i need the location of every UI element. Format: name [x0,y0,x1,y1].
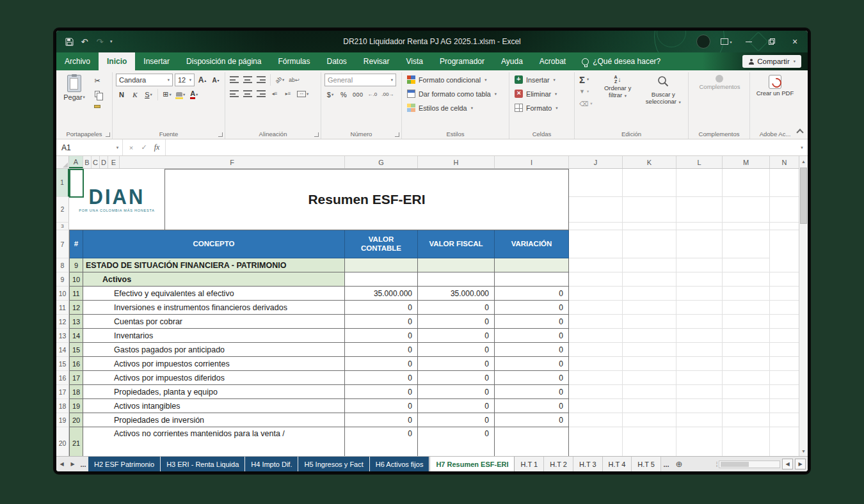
ribbon-tab-insertar[interactable]: Insertar [135,52,178,70]
grow-font-icon[interactable]: A▴ [196,74,208,86]
cell-valor-contable-15[interactable]: 0 [345,357,418,371]
empty-cell-K11[interactable] [623,301,676,315]
cell-a20-num[interactable]: 21 [69,427,83,456]
sheet-tab-h-t-5[interactable]: H.T 5 [632,457,661,471]
row-header[interactable]: 7 [56,230,69,258]
ribbon-display-options-icon[interactable]: ▾ [717,33,736,50]
cell-styles-button[interactable]: Estilos de celda▾ [405,102,506,114]
cell-a8-num[interactable]: 9 [69,258,83,272]
row-header-18[interactable]: 18 [56,399,69,413]
addins-button[interactable]: Complementos [698,74,741,91]
cell-a10-num[interactable]: 11 [69,287,83,301]
empty-cell-J[interactable] [569,223,623,230]
row-header-2[interactable]: 2 [56,197,69,223]
empty-cell-M18[interactable] [723,399,770,413]
empty-cell-L18[interactable] [676,399,723,413]
row-header-3[interactable]: 3 [56,223,69,230]
insert-function-icon[interactable]: fx [151,141,163,154]
header-cell-valor-contable[interactable]: VALOR CONTABLE [345,230,418,258]
empty-cell-L15[interactable] [676,357,723,371]
empty-cell-K14[interactable] [623,343,676,357]
vertical-scrollbar[interactable]: ▲ ▼ [799,156,808,456]
underline-button[interactable]: S▾ [143,88,154,100]
cell-concept-11[interactable]: Inversiones e instrumentos financieros d… [83,301,345,315]
column-header-K[interactable]: K [623,156,676,168]
cell-variacion-19[interactable]: 0 [495,413,569,427]
empty-cell-K[interactable] [623,223,676,230]
column-header-L[interactable]: L [676,156,723,168]
empty-cell-N17[interactable] [770,385,799,399]
empty-cell-M[interactable] [723,223,770,230]
format-as-table-button[interactable]: Dar formato como tabla▾ [405,88,506,100]
align-middle-icon[interactable] [242,74,253,86]
empty-cell-N16[interactable] [770,371,799,385]
cell-a9-num[interactable]: 10 [69,272,83,287]
cell-valor-contable-11[interactable]: 0 [345,301,418,315]
ribbon-tab-f-rmulas[interactable]: Fórmulas [269,52,318,70]
empty-cell-J15[interactable] [569,357,623,371]
sheet-tab-h-t-1[interactable]: H.T 1 [515,457,544,471]
cell-valor-contable-17[interactable]: 0 [345,385,418,399]
delete-cells-button[interactable]: Eliminar▾ [513,88,571,100]
empty-cell-J13[interactable] [569,329,623,343]
cell-a16-num[interactable]: 17 [69,371,83,385]
empty-cell-L[interactable] [676,197,723,223]
empty-cell-M19[interactable] [723,413,770,427]
sheet-nav-right-icon[interactable]: ▶ [67,457,78,471]
cell-valor-fiscal-15[interactable]: 0 [418,357,495,371]
cell-a15-num[interactable]: 16 [69,357,83,371]
column-header-A[interactable]: A [69,156,83,168]
cell-variacion-17[interactable]: 0 [495,385,569,399]
font-name-select[interactable]: Candara▾ [116,74,173,86]
comma-format-icon[interactable]: 000 [351,88,365,100]
empty-cell-N15[interactable] [770,357,799,371]
cell-a19-num[interactable]: 20 [69,413,83,427]
borders-icon[interactable]: ⊞▾ [161,88,173,100]
empty-cell-J19[interactable] [569,413,623,427]
hscroll-right-icon[interactable]: ▶ [795,459,806,469]
row-header-8[interactable]: 8 [56,258,69,272]
empty-cell-N13[interactable] [770,329,799,343]
empty-cell-M17[interactable] [723,385,770,399]
italic-button[interactable]: K [129,88,141,100]
cell-variacion-11[interactable]: 0 [495,301,569,315]
cell-a18-num[interactable]: 19 [69,399,83,413]
cell-variacion-9[interactable] [495,272,569,287]
cell-variacion-10[interactable]: 0 [495,287,569,301]
cell-concept-16[interactable]: Activos por impuestos diferidos [83,371,345,385]
cell-valor-fiscal-10[interactable]: 35.000.000 [418,287,495,301]
cell-valor-contable-16[interactable]: 0 [345,371,418,385]
clear-button[interactable]: ⌫▾ [578,98,593,109]
empty-cell-J[interactable] [569,197,623,223]
empty-cell-M[interactable] [723,230,770,258]
row-header-17[interactable]: 17 [56,385,69,399]
ribbon-tab-acrobat[interactable]: Acrobat [531,52,574,70]
dialog-launcher-icon[interactable] [218,132,223,137]
empty-cell-J[interactable] [569,169,623,197]
cell-concept-20[interactable]: Activos no corrientes mantenidos para la… [83,427,345,456]
cell-concept-15[interactable]: Activos por impuestos corrientes [83,357,345,371]
shrink-font-icon[interactable]: A▾ [210,74,221,86]
empty-cell-N12[interactable] [770,315,799,329]
row-header-14[interactable]: 14 [56,343,69,357]
redo-icon[interactable]: ↷ [95,36,105,47]
cell-concept-9[interactable]: Activos [83,272,345,287]
cell-valor-fiscal-16[interactable]: 0 [418,371,495,385]
empty-cell-K19[interactable] [623,413,676,427]
empty-cell-M12[interactable] [723,315,770,329]
currency-format-icon[interactable]: $▾ [324,88,336,100]
empty-cell-J14[interactable] [569,343,623,357]
row-header-1[interactable]: 1 [56,169,69,197]
row-header-15[interactable]: 15 [56,357,69,371]
empty-cell-K[interactable] [623,197,676,223]
empty-cell-J10[interactable] [569,287,623,301]
dialog-launcher-icon[interactable] [314,132,319,137]
empty-cell-J18[interactable] [569,399,623,413]
cell-concept-14[interactable]: Gastos pagados por anticipado [83,343,345,357]
restore-button[interactable] [762,33,782,51]
sheet-tab-h3-eri-renta-liquida[interactable]: H3 ERI - Renta Liquida [161,457,245,471]
decrease-decimal-icon[interactable] [380,88,395,100]
empty-cell-L9[interactable] [676,272,723,287]
column-header-H[interactable]: H [418,156,495,168]
column-header-E[interactable]: E [108,156,120,168]
